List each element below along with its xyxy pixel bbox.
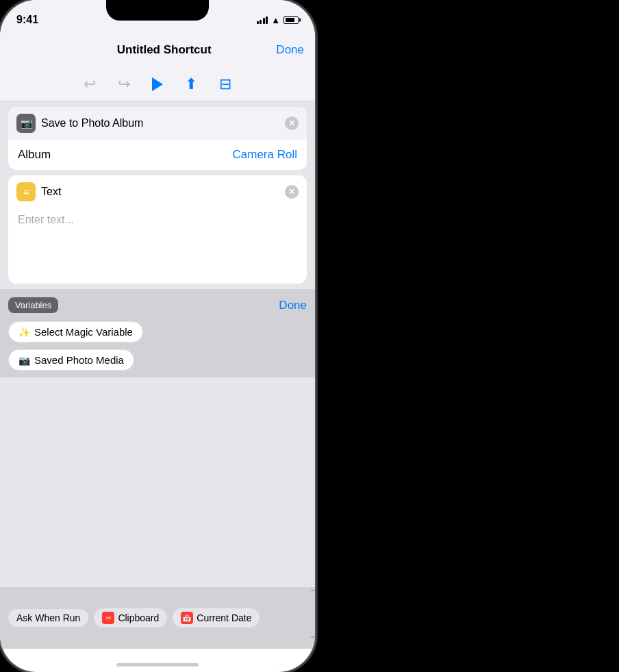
nav-bar: Untitled Shortcut Done — [0, 33, 315, 67]
magic-wand-icon: ✨ — [18, 327, 30, 338]
ask-when-run-label: Ask When Run — [16, 612, 80, 623]
save-photo-title: Save to Photo Album — [41, 117, 143, 129]
wifi-icon: ▲ — [271, 15, 280, 25]
text-close-button[interactable]: ✕ — [285, 185, 299, 199]
home-indicator — [116, 663, 199, 667]
share-button[interactable]: ⬆ — [185, 75, 197, 93]
ask-when-run-pill[interactable]: Ask When Run — [8, 609, 88, 627]
calendar-icon: 📅 — [181, 612, 193, 624]
saved-photo-media-pill[interactable]: 📷 Saved Photo Media — [8, 349, 134, 371]
save-photo-card: 📷 Save to Photo Album ✕ Album Camera Rol… — [8, 107, 307, 170]
text-action-header: ≡ Text ✕ — [8, 175, 307, 208]
nav-title: Untitled Shortcut — [52, 43, 276, 57]
undo-button[interactable]: ↩ — [84, 75, 96, 93]
variables-done-button[interactable]: Done — [279, 299, 307, 312]
saved-photo-label: Saved Photo Media — [34, 354, 124, 366]
save-photo-close-button[interactable]: ✕ — [285, 116, 299, 130]
text-icon: ≡ — [16, 182, 36, 201]
bottom-pills-row: Ask When Run ✂ Clipboard 📅 Current Date — [8, 608, 307, 627]
phone-frame: 9:41 ▲ Untitled Shortcut Done ↩ ↪ ⬆ ⊟ — [0, 0, 315, 672]
variables-section: Variables Done ✨ Select Magic Variable 📷… — [0, 289, 315, 377]
play-button[interactable] — [152, 77, 163, 91]
notch — [106, 0, 209, 21]
current-date-pill[interactable]: 📅 Current Date — [173, 608, 260, 627]
status-icons: ▲ — [257, 15, 299, 25]
nav-done-button[interactable]: Done — [276, 43, 304, 57]
bottom-variables-bar: Ask When Run ✂ Clipboard 📅 Current Date — [0, 587, 315, 649]
text-input-area[interactable]: Enter text... — [8, 208, 307, 284]
variables-tag[interactable]: Variables — [8, 297, 58, 313]
redo-button[interactable]: ↪ — [118, 75, 130, 93]
current-date-label: Current Date — [197, 612, 251, 623]
camera-roll-button[interactable]: Camera Roll — [233, 148, 297, 162]
status-time: 9:41 — [16, 14, 38, 26]
select-magic-label: Select Magic Variable — [34, 326, 133, 338]
text-placeholder: Enter text... — [18, 214, 74, 225]
settings-button[interactable]: ⊟ — [219, 75, 231, 93]
main-content: 📷 Save to Photo Album ✕ Album Camera Rol… — [0, 101, 315, 587]
battery-icon — [283, 16, 299, 24]
scroll-bracket — [311, 590, 315, 638]
text-action-card: ≡ Text ✕ Enter text... — [8, 175, 307, 284]
signal-icon — [257, 16, 268, 24]
text-action-title: Text — [41, 186, 61, 198]
save-photo-icon: 📷 — [16, 114, 36, 133]
save-photo-header: 📷 Save to Photo Album ✕ — [8, 107, 307, 140]
variables-header: Variables Done — [8, 297, 307, 313]
album-label: Album — [18, 148, 51, 162]
save-photo-body: Album Camera Roll — [8, 140, 307, 170]
select-magic-variable-pill[interactable]: ✨ Select Magic Variable — [8, 321, 143, 343]
toolbar: ↩ ↪ ⬆ ⊟ — [0, 67, 315, 101]
clipboard-icon: ✂ — [102, 612, 114, 624]
save-photo-title-row: 📷 Save to Photo Album — [16, 114, 285, 133]
clipboard-pill[interactable]: ✂ Clipboard — [94, 608, 167, 627]
clipboard-label: Clipboard — [118, 612, 159, 623]
camera-icon: 📷 — [18, 355, 30, 366]
text-title-row: ≡ Text — [16, 182, 285, 201]
